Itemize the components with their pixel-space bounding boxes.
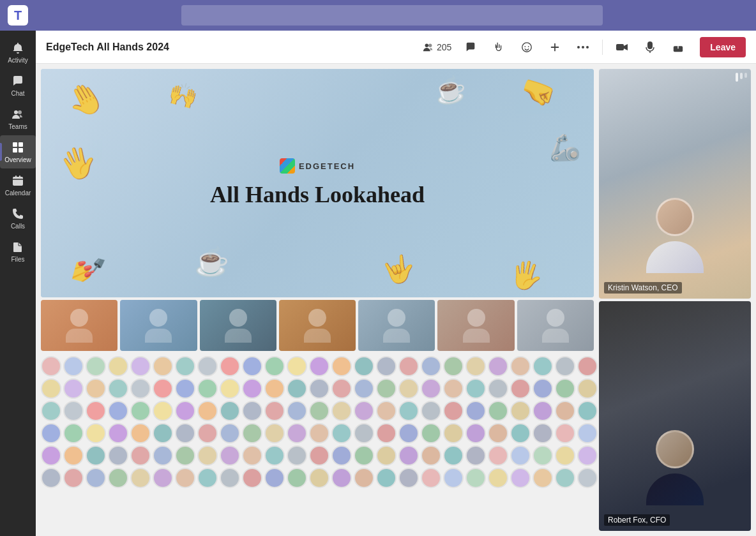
avatar-circle[interactable] — [63, 401, 84, 421]
avatar-circle[interactable] — [264, 445, 285, 466]
add-apps-button[interactable] — [543, 36, 566, 59]
avatar-circle[interactable] — [242, 356, 262, 376]
sidebar-item-calls[interactable]: Calls — [0, 202, 36, 235]
avatar-circle[interactable] — [108, 378, 128, 399]
avatar-circle[interactable] — [220, 423, 240, 443]
avatar-circle[interactable] — [510, 401, 531, 421]
avatar-circle[interactable] — [465, 378, 486, 399]
avatar-circle[interactable] — [533, 445, 553, 466]
avatar-circle[interactable] — [331, 423, 352, 443]
avatar-circle[interactable] — [421, 356, 441, 376]
avatar-circle[interactable] — [175, 356, 195, 376]
avatar-circle[interactable] — [488, 423, 508, 443]
avatar-circle[interactable] — [220, 356, 240, 376]
avatar-circle[interactable] — [63, 378, 84, 399]
avatar-circle[interactable] — [287, 401, 307, 421]
avatar-circle[interactable] — [488, 401, 508, 421]
avatar-circle[interactable] — [264, 468, 285, 488]
avatar-circle[interactable] — [197, 378, 218, 399]
avatar-circle[interactable] — [264, 356, 285, 376]
avatar-circle[interactable] — [153, 356, 173, 376]
avatar-circle[interactable] — [41, 401, 61, 421]
share-button[interactable] — [667, 36, 690, 59]
avatar-circle[interactable] — [376, 468, 397, 488]
avatar-circle[interactable] — [108, 401, 128, 421]
avatar-circle[interactable] — [264, 401, 285, 421]
avatar-circle[interactable] — [577, 378, 598, 399]
leave-button[interactable]: Leave — [700, 37, 746, 57]
avatar-circle[interactable] — [63, 468, 84, 488]
avatar-circle[interactable] — [309, 378, 329, 399]
avatar-circle[interactable] — [421, 423, 441, 443]
search-input[interactable] — [181, 5, 603, 26]
avatar-circle[interactable] — [242, 378, 262, 399]
avatar-circle[interactable] — [130, 378, 151, 399]
avatar-circle[interactable] — [577, 468, 598, 488]
avatar-circle[interactable] — [220, 468, 240, 488]
avatar-circle[interactable] — [86, 378, 106, 399]
avatar-circle[interactable] — [443, 401, 464, 421]
avatar-circle[interactable] — [376, 445, 397, 466]
avatar-circle[interactable] — [309, 423, 329, 443]
avatar-circle[interactable] — [488, 468, 508, 488]
avatar-circle[interactable] — [398, 423, 419, 443]
avatar-circle[interactable] — [510, 468, 531, 488]
avatar-circle[interactable] — [86, 468, 106, 488]
avatar-circle[interactable] — [465, 401, 486, 421]
avatar-circle[interactable] — [421, 401, 441, 421]
avatar-circle[interactable] — [533, 468, 553, 488]
avatar-circle[interactable] — [376, 378, 397, 399]
avatar-circle[interactable] — [41, 468, 61, 488]
avatar-circle[interactable] — [465, 445, 486, 466]
avatar-circle[interactable] — [398, 401, 419, 421]
avatar-circle[interactable] — [130, 423, 151, 443]
avatar-circle[interactable] — [443, 423, 464, 443]
avatar-circle[interactable] — [108, 423, 128, 443]
avatar-circle[interactable] — [175, 401, 195, 421]
avatar-circle[interactable] — [130, 445, 151, 466]
avatar-circle[interactable] — [331, 401, 352, 421]
avatar-circle[interactable] — [130, 356, 151, 376]
avatar-circle[interactable] — [153, 423, 173, 443]
avatar-circle[interactable] — [533, 423, 553, 443]
avatar-circle[interactable] — [354, 401, 374, 421]
avatar-circle[interactable] — [287, 423, 307, 443]
avatar-circle[interactable] — [197, 356, 218, 376]
avatar-circle[interactable] — [533, 401, 553, 421]
avatar-circle[interactable] — [41, 423, 61, 443]
emoji-button[interactable] — [515, 36, 538, 59]
avatar-circle[interactable] — [555, 445, 575, 466]
sidebar-item-chat[interactable]: Chat — [0, 69, 36, 102]
avatar-circle[interactable] — [510, 445, 531, 466]
avatar-circle[interactable] — [488, 356, 508, 376]
avatar-circle[interactable] — [376, 356, 397, 376]
avatar-circle[interactable] — [197, 468, 218, 488]
avatar-circle[interactable] — [398, 356, 419, 376]
avatar-circle[interactable] — [242, 445, 262, 466]
avatar-circle[interactable] — [220, 378, 240, 399]
avatar-circle[interactable] — [41, 445, 61, 466]
avatar-circle[interactable] — [287, 378, 307, 399]
avatar-circle[interactable] — [86, 356, 106, 376]
avatar-circle[interactable] — [577, 445, 598, 466]
audio-button[interactable] — [639, 36, 662, 59]
avatar-circle[interactable] — [354, 356, 374, 376]
avatar-circle[interactable] — [510, 378, 531, 399]
avatar-circle[interactable] — [264, 423, 285, 443]
avatar-circle[interactable] — [197, 401, 218, 421]
avatar-circle[interactable] — [533, 356, 553, 376]
avatar-circle[interactable] — [130, 401, 151, 421]
sidebar-item-calendar[interactable]: Calendar — [0, 168, 36, 202]
avatar-circle[interactable] — [63, 445, 84, 466]
avatar-circle[interactable] — [533, 378, 553, 399]
avatar-circle[interactable] — [175, 445, 195, 466]
avatar-circle[interactable] — [376, 423, 397, 443]
chat-button[interactable] — [459, 36, 482, 59]
avatar-circle[interactable] — [331, 356, 352, 376]
avatar-circle[interactable] — [309, 356, 329, 376]
avatar-circle[interactable] — [510, 423, 531, 443]
avatar-circle[interactable] — [577, 356, 598, 376]
avatar-circle[interactable] — [555, 356, 575, 376]
avatar-circle[interactable] — [354, 378, 374, 399]
avatar-circle[interactable] — [41, 356, 61, 376]
